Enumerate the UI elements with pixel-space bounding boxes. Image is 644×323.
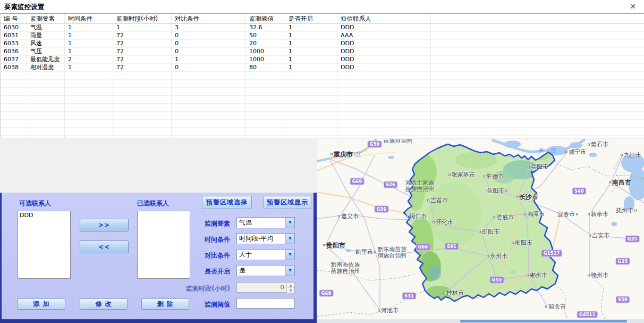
map-city-label: 新余市 [587,210,608,218]
available-contacts-label: 可选联系人 [19,199,51,208]
table-cell [27,104,65,111]
table-cell [65,104,113,111]
table-cell [27,96,65,103]
map-city-label: 赣州市 [587,271,608,279]
table-cell [113,112,172,119]
road-shield: G56 [375,206,389,213]
scrollbar-thumb[interactable] [460,320,627,322]
table-cell [1,136,27,138]
threshold-input[interactable] [236,298,295,309]
table-cell: 6036 [1,48,27,55]
empty-row[interactable] [1,112,644,120]
city-marker-icon [406,215,408,217]
city-marker-icon [512,242,514,244]
monitor-table: 编 号监测要素时间条件监测时段(小时)对比条件监测阈值是否开启短信联系人6030… [0,13,644,138]
header-row: 编 号监测要素时间条件监测时段(小时)对比条件监测阈值是否开启短信联系人 [1,14,644,24]
enabled-select[interactable]: 是 ▼ [236,265,295,276]
table-row[interactable]: 6033风速1720201DDD [1,40,644,48]
time-condition-value: 时间段-平均 [237,234,285,244]
table-cell: DDD [337,64,431,71]
contact-item[interactable]: DDD [18,212,70,219]
city-marker-icon [524,213,526,215]
empty-row[interactable] [1,72,644,80]
chevron-down-icon[interactable]: ▼ [285,234,294,244]
spin-down-icon[interactable]: ▼ [287,288,294,293]
table-cell: 1 [65,48,113,55]
move-right-button[interactable]: >> [80,219,129,231]
city-marker-icon [588,143,590,145]
empty-row[interactable] [1,128,644,136]
chevron-down-icon[interactable]: ▼ [285,266,294,276]
table-cell: 最低能见度 [27,56,65,63]
empty-row[interactable] [1,80,644,88]
chevron-down-icon[interactable]: ▼ [285,218,294,228]
enabled-value: 是 [237,266,285,276]
table-cell [172,104,246,111]
table-cell [431,32,644,39]
table-row[interactable]: 6038相对湿度1720801DDD [1,64,644,72]
period-spinner[interactable]: 0 ▲ ▼ [236,282,295,293]
warning-area-display-button[interactable]: 预警区域显示 [264,196,311,209]
map-horizontal-scrollbar[interactable] [317,319,644,323]
available-contacts-list[interactable]: DDD [18,211,71,279]
modify-button[interactable]: 修 改 [80,299,128,310]
table-row[interactable]: 6030气温11332.61DDD [1,24,644,32]
table-cell [285,112,337,119]
map-panel[interactable]: 重庆市贵阳市南昌市长沙市遵义市凯里市河池市桂林市韶关市郴州市赣州市吉安市抚州市新… [317,139,644,323]
road-shield: G69 [319,290,334,297]
table-cell [431,48,644,55]
table-cell [113,72,172,79]
table-cell: 32.6 [246,24,285,31]
table-cell [113,136,172,138]
element-label: 监测要素 [166,219,230,228]
empty-row[interactable] [1,88,644,96]
map-city-label: 凯里市 [355,248,377,256]
table-cell [431,80,644,87]
city-marker-icon [609,181,611,184]
table-cell [431,64,644,71]
close-icon[interactable]: ✕ [628,2,638,11]
element-select[interactable]: 气温 ▼ [236,217,295,228]
table-cell: 1 [172,56,246,63]
table-cell: 1 [65,24,113,31]
table-cell [431,136,644,138]
empty-row[interactable] [1,120,644,128]
compare-condition-select[interactable]: 大于 ▼ [236,249,295,260]
spin-up-icon[interactable]: ▲ [287,283,294,288]
add-button[interactable]: 添 加 [18,299,65,310]
table-cell: 雨量 [27,32,65,39]
city-marker-icon [427,199,429,201]
city-marker-icon [323,244,325,246]
table-cell: 0 [172,32,246,39]
table-cell [285,80,337,87]
warning-area-select-button[interactable]: 预警区域选择 [202,196,252,209]
table-cell [246,88,285,95]
compare-condition-label: 对比条件 [166,251,230,260]
map-city-label: 怀化市 [431,218,453,226]
time-condition-select[interactable]: 时间段-平均 ▼ [236,233,295,244]
city-marker-icon [527,274,529,276]
empty-row[interactable] [1,104,644,112]
column-header: 时间条件 [65,14,113,23]
table-cell: 72 [113,56,172,63]
selected-contacts-label: 已选联系人 [137,199,169,208]
table-cell: 1 [113,24,172,31]
table-row[interactable]: 6031雨量1720501AAA [1,32,644,40]
chevron-down-icon[interactable]: ▼ [285,250,294,260]
table-cell [113,120,172,127]
period-value: 0 [237,283,286,292]
table-row[interactable]: 6037最低能见度272110001DDD [1,56,644,64]
table-cell: 1 [65,32,113,39]
table-cell: DDD [337,56,431,63]
table-cell [431,112,644,119]
table-row[interactable]: 6036气压172010001DDD [1,48,644,56]
road-shield: S26 [384,181,397,188]
city-marker-icon [588,213,590,215]
column-header: 对比条件 [172,14,246,23]
map-city-label: 铜仁市 [405,212,427,220]
empty-row[interactable] [1,96,644,104]
move-left-button[interactable]: << [80,241,129,253]
empty-row[interactable] [1,136,644,138]
table-cell: DDD [337,40,431,47]
table-cell: 气温 [27,24,65,31]
